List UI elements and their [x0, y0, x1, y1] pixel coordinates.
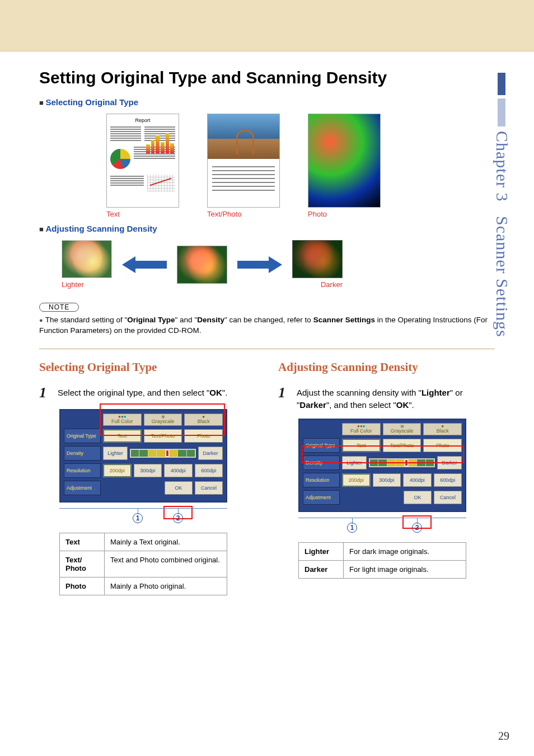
step-text-right: Adjust the scanning density with "Lighte…	[297, 384, 495, 411]
btn-text[interactable]: Text	[103, 429, 142, 443]
btn-300dpi[interactable]: 300dpi	[373, 473, 401, 487]
tab-black[interactable]: ●Black	[423, 423, 462, 435]
row-adjustment[interactable]: Adjustment	[64, 481, 101, 495]
callout-2: 2	[173, 513, 183, 523]
row-adjustment[interactable]: Adjustment	[303, 490, 340, 505]
label-photo: Photo	[308, 210, 381, 218]
page-title: Setting Original Type and Scanning Densi…	[39, 68, 495, 87]
tab-grayscale[interactable]: ◉Grayscale	[383, 423, 421, 435]
table-row: DarkerFor light image originals.	[299, 561, 466, 579]
row-density: Density	[64, 446, 101, 461]
column-selecting-type: Selecting Original Type 1 Select the ori…	[39, 360, 256, 595]
heading-adjusting-density: Adjusting Scanning Density	[39, 224, 495, 233]
heading-selecting-original-type: Selecting Original Type	[39, 97, 495, 107]
row-density: Density	[303, 456, 340, 470]
note-text-2: " and "	[175, 316, 198, 324]
step-text-left: Select the original type, and then selec…	[58, 384, 227, 401]
arrow-left-icon	[122, 257, 167, 272]
header-band	[0, 0, 534, 51]
btn-darker[interactable]: Darker	[198, 447, 223, 460]
table-row: TextMainly a Text original.	[60, 533, 227, 551]
note-bold-1: Original Type	[127, 316, 175, 324]
btn-ok[interactable]: OK	[404, 491, 432, 504]
note-block: NOTE ●The standard setting of "Original …	[39, 302, 495, 336]
thumb-text: Report	[106, 114, 179, 208]
thumb-photo	[308, 114, 381, 208]
btn-lighter[interactable]: Lighter	[103, 447, 128, 460]
btn-300dpi[interactable]: 300dpi	[134, 464, 162, 477]
table-original-type: TextMainly a Text original. Text/ PhotoT…	[59, 533, 227, 595]
note-bold-2: Density	[197, 316, 224, 324]
btn-600dpi[interactable]: 600dpi	[434, 473, 462, 487]
tab-full-color[interactable]: ●●●Full Color	[103, 414, 142, 426]
arrow-right-icon	[237, 257, 282, 272]
tab-full-color[interactable]: ●●●Full Color	[342, 423, 381, 435]
original-type-examples: Report Text	[106, 114, 495, 218]
label-lighter: Lighter	[62, 280, 112, 289]
btn-400dpi[interactable]: 400dpi	[403, 473, 432, 487]
table-density: LighterFor dark image originals. DarkerF…	[298, 542, 466, 579]
density-slider[interactable]	[369, 458, 435, 467]
btn-lighter[interactable]: Lighter	[342, 456, 367, 469]
thumb-text-photo	[207, 114, 280, 208]
btn-cancel[interactable]: Cancel	[434, 491, 462, 504]
density-sample-normal	[177, 246, 227, 284]
callout-2: 2	[412, 523, 422, 533]
row-original-type: Original Type	[303, 438, 340, 453]
bullet-icon: ●	[39, 317, 43, 323]
table-row: LighterFor dark image originals.	[299, 543, 466, 561]
btn-cancel[interactable]: Cancel	[195, 481, 223, 495]
btn-200dpi[interactable]: 200dpi	[103, 464, 132, 477]
column-adjusting-density: Adjusting Scanning Density 1 Adjust the …	[278, 360, 495, 595]
row-resolution: Resolution	[64, 463, 101, 478]
section-title-left: Selecting Original Type	[39, 360, 256, 374]
btn-400dpi[interactable]: 400dpi	[164, 464, 193, 477]
note-text-3: " can be changed, refer to	[224, 316, 313, 324]
density-sample-lighter	[62, 240, 112, 278]
btn-ok[interactable]: OK	[165, 481, 193, 495]
label-text: Text	[106, 210, 179, 218]
report-caption: Report	[110, 118, 175, 123]
btn-200dpi[interactable]: 200dpi	[342, 473, 371, 487]
btn-darker[interactable]: Darker	[437, 456, 462, 469]
btn-textphoto[interactable]: Text/Photo	[144, 429, 182, 443]
step-number-left: 1	[39, 384, 46, 401]
row-resolution: Resolution	[303, 473, 340, 487]
tab-black[interactable]: ●Black	[184, 414, 223, 426]
table-row: PhotoMainly a Photo original.	[60, 577, 227, 595]
table-row: Text/ PhotoText and Photo combined origi…	[60, 551, 227, 577]
step-number-right: 1	[278, 384, 285, 411]
callout-1: 1	[347, 523, 357, 533]
btn-photo[interactable]: Photo	[423, 439, 462, 452]
note-bold-3: Scanner Settings	[313, 316, 375, 324]
row-original-type: Original Type	[64, 429, 101, 443]
note-badge: NOTE	[39, 303, 79, 312]
density-examples: Lighter Darker	[62, 240, 495, 289]
note-text-1: The standard setting of "	[45, 316, 128, 324]
tab-grayscale[interactable]: ◉Grayscale	[144, 414, 182, 426]
section-title-right: Adjusting Scanning Density	[278, 360, 495, 374]
scanner-panel-right: ●●●Full Color ◉Grayscale ●Black Original…	[298, 419, 466, 512]
divider	[39, 349, 495, 349]
page-number: 29	[498, 730, 509, 743]
btn-text[interactable]: Text	[342, 439, 381, 452]
scanner-panel-left: ●●●Full Color ◉Grayscale ●Black Original…	[59, 409, 227, 503]
label-text-photo: Text/Photo	[207, 210, 280, 218]
callout-1: 1	[133, 513, 143, 523]
btn-photo[interactable]: Photo	[184, 429, 223, 443]
label-darker: Darker	[292, 280, 343, 289]
density-sample-darker	[292, 240, 343, 278]
density-slider[interactable]	[130, 449, 196, 458]
btn-600dpi[interactable]: 600dpi	[195, 464, 223, 477]
btn-textphoto[interactable]: Text/Photo	[383, 439, 421, 452]
